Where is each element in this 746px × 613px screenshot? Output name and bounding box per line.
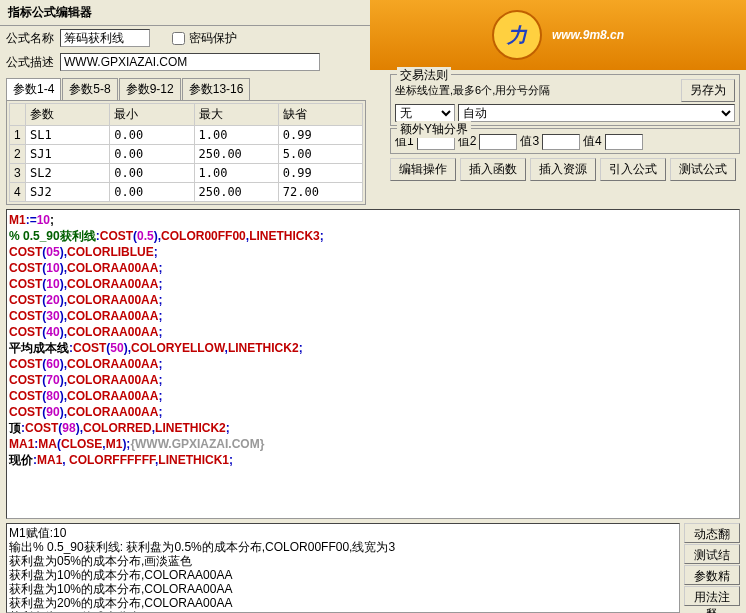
tab-params-1-4[interactable]: 参数1-4 — [6, 78, 61, 100]
param-def-input[interactable] — [279, 164, 362, 182]
param-name-input[interactable] — [26, 183, 109, 201]
col-max: 最大 — [194, 104, 278, 126]
name-label: 公式名称 — [6, 30, 56, 47]
yaxis-v2-input[interactable] — [479, 134, 517, 150]
param-min-input[interactable] — [110, 164, 193, 182]
param-min-input[interactable] — [110, 183, 193, 201]
dynamic-translate-button[interactable]: 动态翻译 — [684, 523, 740, 543]
test-formula-button[interactable]: 测试公式 — [670, 158, 736, 181]
param-def-input[interactable] — [279, 126, 362, 144]
import-formula-button[interactable]: 引入公式 — [600, 158, 666, 181]
extra-yaxis-group: 额外Y轴分界 值1 值2 值3 值4 — [390, 128, 740, 154]
edit-ops-button[interactable]: 编辑操作 — [390, 158, 456, 181]
usage-note-button[interactable]: 用法注释 — [684, 586, 740, 606]
param-max-input[interactable] — [195, 164, 278, 182]
param-def-input[interactable] — [279, 145, 362, 163]
formula-name-input[interactable] — [60, 29, 150, 47]
right-panel: 交易法则 坐标线位置,最多6个,用分号分隔 另存为 无 自动 额外Y轴分界 值1… — [390, 22, 740, 181]
param-min-input[interactable] — [110, 145, 193, 163]
col-param: 参数 — [26, 104, 110, 126]
param-def-input[interactable] — [279, 183, 362, 201]
insert-func-button[interactable]: 插入函数 — [460, 158, 526, 181]
test-result-button[interactable]: 测试结果 — [684, 544, 740, 564]
param-row: 4 — [10, 183, 363, 202]
tab-params-9-12[interactable]: 参数9-12 — [119, 78, 181, 100]
coord-hint: 坐标线位置,最多6个,用分号分隔 — [395, 83, 550, 98]
col-min: 最小 — [110, 104, 194, 126]
yaxis-label: 额外Y轴分界 — [397, 121, 471, 138]
rule-select-2[interactable]: 自动 — [458, 104, 735, 122]
param-max-input[interactable] — [195, 145, 278, 163]
col-default: 缺省 — [278, 104, 362, 126]
trade-rule-label: 交易法则 — [397, 67, 451, 84]
save-as-button[interactable]: 另存为 — [681, 79, 735, 102]
desc-label: 公式描述 — [6, 54, 56, 71]
param-row: 2 — [10, 145, 363, 164]
param-wizard-button[interactable]: 参数精灵 — [684, 565, 740, 585]
tab-params-13-16[interactable]: 参数13-16 — [182, 78, 251, 100]
password-label: 密码保护 — [189, 30, 237, 47]
insert-res-button[interactable]: 插入资源 — [530, 158, 596, 181]
output-panel[interactable]: M1赋值:10输出% 0.5_90获利线: 获利盘为0.5%的成本分布,COLO… — [6, 523, 680, 613]
tab-params-5-8[interactable]: 参数5-8 — [62, 78, 117, 100]
code-editor[interactable]: M1:=10;% 0.5_90获利线:COST(0.5),COLOR00FF00… — [6, 209, 740, 519]
param-panel: 参数 最小 最大 缺省 1234 — [6, 100, 366, 205]
param-row: 1 — [10, 126, 363, 145]
param-name-input[interactable] — [26, 164, 109, 182]
password-checkbox[interactable] — [172, 32, 185, 45]
param-row: 3 — [10, 164, 363, 183]
formula-desc-input[interactable] — [60, 53, 320, 71]
trade-rule-group: 交易法则 坐标线位置,最多6个,用分号分隔 另存为 无 自动 — [390, 74, 740, 126]
rule-select-1[interactable]: 无 — [395, 104, 455, 122]
param-name-input[interactable] — [26, 126, 109, 144]
param-name-input[interactable] — [26, 145, 109, 163]
param-max-input[interactable] — [195, 183, 278, 201]
yaxis-v4-input[interactable] — [605, 134, 643, 150]
yaxis-v3-input[interactable] — [542, 134, 580, 150]
param-max-input[interactable] — [195, 126, 278, 144]
param-min-input[interactable] — [110, 126, 193, 144]
param-table: 参数 最小 最大 缺省 1234 — [9, 103, 363, 202]
